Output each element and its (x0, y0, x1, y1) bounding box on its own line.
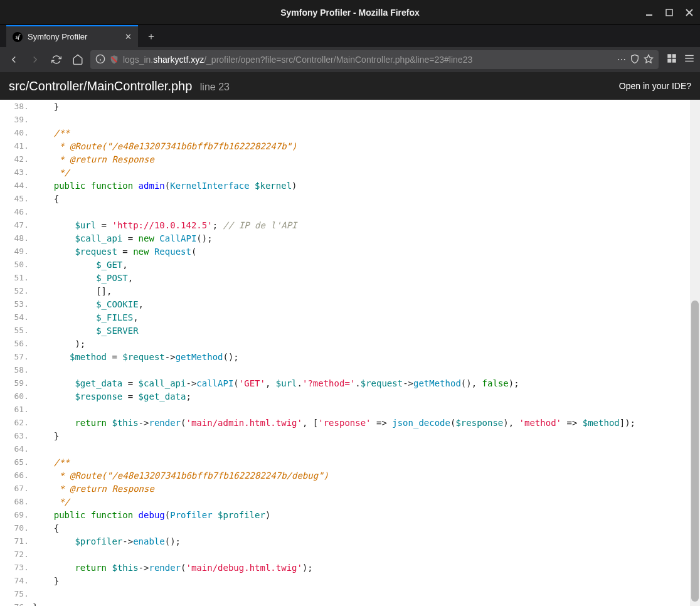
line-number: 56. (0, 339, 31, 348)
code-content: */ (31, 167, 70, 178)
home-button[interactable] (69, 51, 87, 68)
tab-close-icon[interactable]: ✕ (125, 32, 132, 41)
code-content: $_POST, (31, 273, 133, 283)
code-line: 67. * @return Response (0, 482, 690, 495)
window-title: Symfony Profiler - Mozilla Firefox (280, 8, 420, 18)
new-tab-button[interactable]: ＋ (142, 27, 161, 46)
code-line: 55. $_SERVER (0, 324, 690, 337)
tracking-protection-icon[interactable] (109, 55, 119, 65)
svg-rect-8 (667, 59, 671, 63)
code-content: } (31, 102, 59, 112)
svg-rect-0 (646, 14, 652, 16)
code-content: * @Route("/e48e13207341b6bffb7fb16222822… (31, 470, 329, 481)
close-icon[interactable] (684, 7, 695, 18)
open-in-ide-link[interactable]: Open in your IDE? (619, 81, 691, 91)
code-content: $_COOKIE, (31, 299, 144, 309)
bookmark-star-icon[interactable] (644, 54, 654, 66)
code-line: 46. (0, 205, 690, 218)
code-line: 56. ); (0, 337, 690, 350)
code-line: 48. $call_api = new CallAPI(); (0, 231, 690, 245)
line-number: 70. (0, 523, 31, 533)
svg-rect-9 (672, 59, 676, 63)
svg-rect-6 (667, 54, 671, 58)
info-icon[interactable] (95, 54, 105, 66)
svg-rect-7 (672, 54, 676, 58)
line-number: 68. (0, 497, 31, 506)
line-number: 52. (0, 286, 31, 295)
file-breadcrumb: src/Controller/MainController.php line 2… (9, 79, 230, 93)
code-line: 49. $request = new Request( (0, 245, 690, 258)
line-number: 42. (0, 154, 31, 164)
code-line: 41. * @Route("/e48e13207341b6bffb7fb1622… (0, 139, 690, 152)
code-content: $_GET, (31, 260, 128, 270)
svg-rect-1 (666, 9, 672, 16)
code-content: [], (31, 286, 112, 296)
symfony-favicon-icon: sf (13, 32, 23, 42)
code-line: 62. return $this->render('main/admin.htm… (0, 416, 690, 429)
code-content: } (31, 602, 38, 607)
line-number: 47. (0, 220, 31, 230)
line-number: 44. (0, 181, 31, 190)
maximize-icon[interactable] (664, 7, 675, 18)
line-info: line 23 (200, 82, 230, 92)
code-viewer: 38. }39.40. /**41. * @Route("/e48e132073… (0, 100, 700, 606)
url-more-icon[interactable]: ⋯ (617, 55, 626, 65)
line-number: 74. (0, 576, 31, 585)
code-line: 57. $method = $request->getMethod(); (0, 350, 690, 363)
line-number: 69. (0, 510, 31, 519)
line-number: 66. (0, 470, 31, 480)
code-line: 47. $url = 'http://10.0.142.5'; // IP de… (0, 218, 690, 231)
code-line: 45. { (0, 192, 690, 205)
line-number: 51. (0, 273, 31, 282)
line-number: 72. (0, 550, 31, 559)
file-path: src/Controller/MainController.php (9, 79, 192, 93)
code-scroll[interactable]: 38. }39.40. /**41. * @Route("/e48e132073… (0, 100, 690, 606)
toolbar-right (662, 53, 695, 66)
code-line: 52. [], (0, 284, 690, 297)
code-line: 53. $_COOKIE, (0, 297, 690, 311)
line-number: 39. (0, 115, 31, 124)
line-number: 45. (0, 194, 31, 203)
code-line: 58. (0, 363, 690, 376)
code-line: 65. /** (0, 455, 690, 469)
line-number: 41. (0, 141, 31, 151)
code-line: 50. $_GET, (0, 258, 690, 271)
code-content: ); (31, 339, 85, 349)
tab-label: Symfony Profiler (28, 32, 87, 41)
hamburger-menu-icon[interactable] (684, 53, 695, 66)
code-line: 66. * @Route("/e48e13207341b6bffb7fb1622… (0, 469, 690, 482)
tab-bar: sf Symfony Profiler ✕ ＋ (0, 25, 700, 47)
code-line: 54. $_FILES, (0, 311, 690, 324)
line-number: 40. (0, 128, 31, 137)
code-line: 44. public function admin(KernelInterfac… (0, 179, 690, 192)
vertical-scrollbar[interactable] (690, 100, 700, 606)
line-number: 53. (0, 299, 31, 309)
code-line: 68. */ (0, 495, 690, 508)
line-number: 54. (0, 312, 31, 322)
window-controls (644, 7, 695, 18)
line-number: 55. (0, 326, 31, 335)
code-line: 59. $get_data = $call_api->callAPI('GET'… (0, 376, 690, 390)
url-text: logs_in.sharkyctf.xyz/_profiler/open?fil… (123, 55, 613, 65)
code-line: 69. public function debug(Profiler $prof… (0, 508, 690, 521)
code-content: } (31, 576, 59, 586)
code-content: { (31, 523, 59, 533)
code-content: * @return Response (31, 154, 154, 164)
extension-icon[interactable] (666, 53, 677, 66)
line-number: 73. (0, 563, 31, 572)
reload-button[interactable] (48, 51, 65, 68)
url-bar[interactable]: logs_in.sharkyctf.xyz/_profiler/open?fil… (90, 50, 659, 69)
back-button[interactable] (5, 51, 23, 68)
code-line: 39. (0, 113, 690, 126)
code-line: 71. $profiler->enable(); (0, 534, 690, 548)
tab-active[interactable]: sf Symfony Profiler ✕ (6, 25, 138, 47)
line-number: 57. (0, 352, 31, 361)
minimize-icon[interactable] (644, 7, 655, 18)
code-line: 75. (0, 587, 690, 600)
reader-icon[interactable] (630, 54, 640, 66)
scrollbar-thumb[interactable] (691, 300, 699, 602)
code-line: 61. (0, 403, 690, 416)
forward-button (26, 51, 44, 68)
line-number: 49. (0, 247, 31, 256)
code-line: 73. return $this->render('main/debug.htm… (0, 561, 690, 574)
